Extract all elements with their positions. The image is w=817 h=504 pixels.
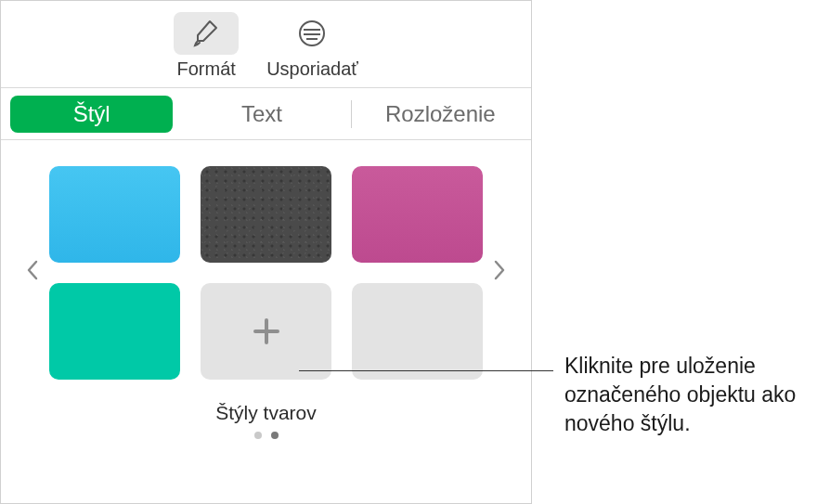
- arrange-tab-label: Usporiadať: [266, 58, 358, 80]
- tab-style[interactable]: Štýl: [10, 96, 173, 133]
- inspector-toolbar: Formát Usporiadať: [1, 1, 531, 88]
- tab-layout-label: Rozloženie: [385, 101, 496, 127]
- paintbrush-icon: [190, 18, 222, 49]
- arrange-icon: [296, 18, 328, 49]
- format-tab-button[interactable]: Formát: [174, 12, 239, 80]
- carousel-prev-button[interactable]: [19, 254, 45, 291]
- tab-text-label: Text: [241, 101, 282, 127]
- format-icon-wrap: [174, 12, 239, 55]
- tab-layout[interactable]: Rozloženie: [359, 96, 522, 133]
- styles-pager: [19, 432, 512, 439]
- chevron-left-icon: [26, 260, 39, 286]
- tab-style-label: Štýl: [73, 101, 110, 127]
- add-style-button[interactable]: [201, 283, 331, 380]
- arrange-tab-button[interactable]: Usporiadať: [266, 12, 358, 80]
- style-swatch-blue[interactable]: [49, 166, 180, 263]
- shape-styles-caption: Štýly tvarov: [19, 402, 512, 424]
- shape-styles-section: Štýly tvarov: [1, 140, 531, 448]
- style-swatch-grid: [49, 166, 483, 380]
- pager-dot-2[interactable]: [271, 432, 279, 439]
- style-swatch-teal[interactable]: [49, 283, 180, 380]
- plus-icon: [248, 313, 285, 350]
- carousel-next-button[interactable]: [486, 254, 512, 291]
- inspector-sub-tabs: Štýl Text Rozloženie: [1, 88, 531, 140]
- callout-text: Kliknite pre uloženie označeného objektu…: [564, 352, 806, 438]
- format-tab-label: Formát: [176, 58, 235, 80]
- styles-carousel: [19, 166, 512, 380]
- chevron-right-icon: [493, 260, 506, 286]
- tab-text[interactable]: Text: [180, 96, 343, 133]
- style-swatch-pink[interactable]: [352, 166, 483, 263]
- tab-divider: [351, 100, 352, 128]
- style-swatch-empty[interactable]: [352, 283, 483, 380]
- pager-dot-1[interactable]: [254, 432, 262, 439]
- style-swatch-dark-texture[interactable]: [201, 166, 331, 263]
- format-inspector-panel: Formát Usporiadať Štýl Text: [0, 0, 532, 504]
- callout-leader-line: [299, 370, 553, 371]
- arrange-icon-wrap: [279, 12, 344, 55]
